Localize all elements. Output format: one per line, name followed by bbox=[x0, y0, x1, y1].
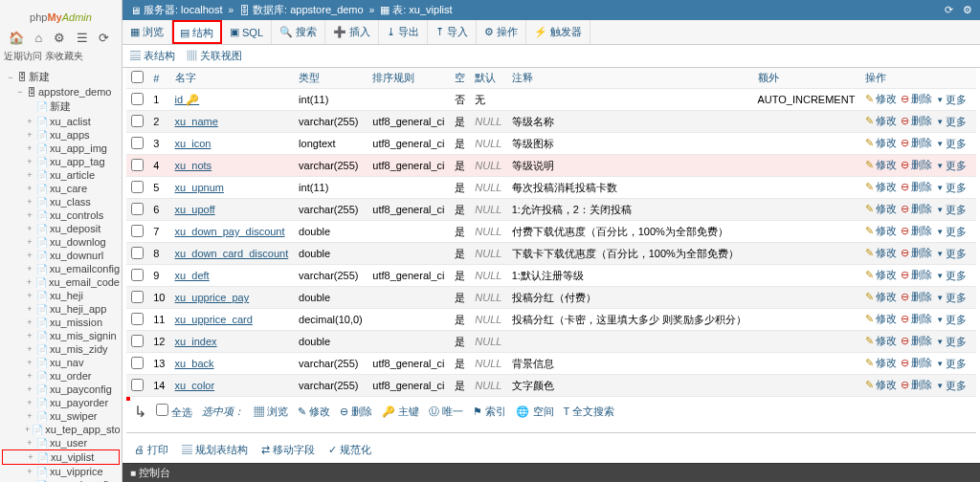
tree-item-xu_care[interactable]: +📄xu_care bbox=[2, 182, 120, 195]
tree-item-xu_controls[interactable]: +📄xu_controls bbox=[2, 208, 120, 222]
tree-item-xu_email_code[interactable]: +📄xu_email_code bbox=[2, 275, 120, 289]
row-delete[interactable]: 删除 bbox=[901, 92, 932, 106]
row-checkbox[interactable] bbox=[131, 203, 144, 215]
sel-fulltext[interactable]: T 全文搜索 bbox=[564, 405, 615, 419]
row-checkbox[interactable] bbox=[131, 379, 144, 391]
tree-item-xu_heji[interactable]: +📄xu_heji bbox=[2, 289, 120, 302]
col-collation-header[interactable]: 排序规则 bbox=[368, 68, 450, 89]
row-more[interactable]: 更多 bbox=[936, 379, 967, 393]
quick-icons[interactable]: 🏠 ⌂ ⚙ ☰ ⟳ bbox=[2, 29, 120, 47]
col-comment-header[interactable]: 注释 bbox=[507, 68, 753, 89]
breadcrumb-server[interactable]: 🖥 服务器: localhost bbox=[130, 3, 223, 17]
tree-item-xu_payorder[interactable]: +📄xu_payorder bbox=[2, 396, 120, 409]
tree-item-xu_deposit[interactable]: +📄xu_deposit bbox=[2, 222, 120, 235]
tree-item-xu_nav[interactable]: +📄xu_nav bbox=[2, 356, 120, 369]
row-checkbox[interactable] bbox=[131, 357, 144, 369]
row-edit[interactable]: 修改 bbox=[865, 312, 897, 326]
sel-delete[interactable]: ⊖ 删除 bbox=[340, 405, 372, 419]
tree-item-xu_viplist[interactable]: +📄xu_viplist bbox=[2, 449, 120, 465]
row-more[interactable]: 更多 bbox=[936, 357, 967, 371]
row-checkbox[interactable] bbox=[131, 335, 144, 347]
breadcrumb-db[interactable]: 🗄 数据库: appstore_demo bbox=[239, 3, 364, 17]
tree-item-xu_mis_signin[interactable]: +📄xu_mis_signin bbox=[2, 329, 120, 342]
row-delete[interactable]: 删除 bbox=[901, 114, 932, 128]
row-delete[interactable]: 删除 bbox=[901, 180, 932, 194]
sel-spatial[interactable]: 🌐 空间 bbox=[516, 405, 553, 419]
sel-unique[interactable]: Ⓤ 唯一 bbox=[429, 405, 463, 419]
row-edit[interactable]: 修改 bbox=[865, 356, 897, 370]
row-delete[interactable]: 删除 bbox=[901, 202, 932, 216]
row-edit[interactable]: 修改 bbox=[865, 290, 897, 304]
settings-icon[interactable]: ⚙ bbox=[963, 4, 972, 16]
row-checkbox[interactable] bbox=[131, 269, 144, 281]
tree-item-xu_apps[interactable]: +📄xu_apps bbox=[2, 128, 120, 142]
tree-item-xu_heji_app[interactable]: +📄xu_heji_app bbox=[2, 302, 120, 316]
tree-item-xu_tep_app_store_deft_style[interactable]: +📄xu_tep_app_store_deft_style bbox=[2, 423, 120, 436]
tab-操作[interactable]: ⚙操作 bbox=[477, 20, 526, 44]
col-name-header[interactable]: 名字 bbox=[170, 68, 295, 89]
col-null-header[interactable]: 空 bbox=[450, 68, 470, 89]
tool-propose[interactable]: ▤ 规划表结构 bbox=[182, 443, 248, 457]
tree-item-xu_class[interactable]: +📄xu_class bbox=[2, 195, 120, 208]
row-delete[interactable]: 删除 bbox=[901, 268, 932, 282]
tool-normalize[interactable]: ✓ 规范化 bbox=[328, 443, 371, 457]
sel-index[interactable]: ⚑ 索引 bbox=[473, 405, 506, 419]
tree-item-appstore_demo[interactable]: −🗄appstore_demo bbox=[2, 85, 120, 99]
row-delete[interactable]: 删除 bbox=[901, 136, 932, 150]
tree-item-xu_app_tag[interactable]: +📄xu_app_tag bbox=[2, 155, 120, 168]
tree-item-xu_mis_zidy[interactable]: +📄xu_mis_zidy bbox=[2, 342, 120, 356]
tab-SQL[interactable]: ▣SQL bbox=[222, 20, 272, 44]
row-delete[interactable]: 删除 bbox=[901, 290, 932, 304]
col-type-header[interactable]: 类型 bbox=[294, 68, 368, 89]
row-edit[interactable]: 修改 bbox=[865, 224, 897, 238]
row-delete[interactable]: 删除 bbox=[901, 158, 932, 172]
tab-搜索[interactable]: 🔍搜索 bbox=[272, 20, 325, 44]
row-checkbox[interactable] bbox=[131, 159, 144, 171]
row-edit[interactable]: 修改 bbox=[865, 136, 897, 150]
row-delete[interactable]: 删除 bbox=[901, 334, 932, 348]
row-more[interactable]: 更多 bbox=[936, 93, 967, 107]
col-extra-header[interactable]: 额外 bbox=[753, 68, 861, 89]
recent-label[interactable]: 近期访问 亲收藏夹 bbox=[2, 47, 120, 66]
row-checkbox[interactable] bbox=[131, 137, 144, 149]
console[interactable]: ■ 控制台 bbox=[122, 463, 980, 482]
row-more[interactable]: 更多 bbox=[936, 181, 967, 195]
row-more[interactable]: 更多 bbox=[936, 225, 967, 239]
row-edit[interactable]: 修改 bbox=[865, 246, 897, 260]
refresh-icon[interactable]: ⟳ bbox=[945, 4, 953, 16]
row-more[interactable]: 更多 bbox=[936, 115, 967, 129]
row-edit[interactable]: 修改 bbox=[865, 114, 897, 128]
row-checkbox[interactable] bbox=[131, 93, 144, 105]
tree-item-xu_emailconfig[interactable]: +📄xu_emailconfig bbox=[2, 262, 120, 275]
row-more[interactable]: 更多 bbox=[936, 335, 967, 349]
sel-browse[interactable]: ▦ 浏览 bbox=[254, 405, 288, 419]
tree-item-xu_swiper[interactable]: +📄xu_swiper bbox=[2, 409, 120, 423]
row-delete[interactable]: 删除 bbox=[901, 246, 932, 260]
tree-item-xu_vipprice[interactable]: +📄xu_vipprice bbox=[2, 465, 120, 478]
row-delete[interactable]: 删除 bbox=[901, 378, 932, 392]
tree-item-新建[interactable]: 📄新建 bbox=[2, 99, 120, 115]
row-edit[interactable]: 修改 bbox=[865, 268, 897, 282]
row-edit[interactable]: 修改 bbox=[865, 92, 897, 106]
row-edit[interactable]: 修改 bbox=[865, 180, 897, 194]
row-more[interactable]: 更多 bbox=[936, 291, 967, 305]
tree-item-xu_app_img[interactable]: +📄xu_app_img bbox=[2, 142, 120, 155]
tree-item-xu_downurl[interactable]: +📄xu_downurl bbox=[2, 249, 120, 262]
select-all-checkbox[interactable] bbox=[131, 71, 144, 83]
sel-primary[interactable]: 🔑 主键 bbox=[382, 405, 419, 419]
tree-item-xu_payconfig[interactable]: +📄xu_payconfig bbox=[2, 383, 120, 396]
row-edit[interactable]: 修改 bbox=[865, 202, 897, 216]
tab-结构[interactable]: ▤结构 bbox=[172, 20, 222, 44]
row-more[interactable]: 更多 bbox=[936, 159, 967, 173]
tab-导入[interactable]: ⤒导入 bbox=[428, 20, 477, 44]
tab-触发器[interactable]: ⚡触发器 bbox=[526, 20, 590, 44]
row-more[interactable]: 更多 bbox=[936, 269, 967, 283]
row-checkbox[interactable] bbox=[131, 115, 144, 127]
row-edit[interactable]: 修改 bbox=[865, 378, 897, 392]
row-edit[interactable]: 修改 bbox=[865, 334, 897, 348]
row-checkbox[interactable] bbox=[131, 181, 144, 193]
tab-插入[interactable]: ➕插入 bbox=[325, 20, 379, 44]
tab-导出[interactable]: ⤓导出 bbox=[379, 20, 428, 44]
row-checkbox[interactable] bbox=[131, 313, 144, 325]
sel-edit[interactable]: ✎ 修改 bbox=[298, 405, 330, 419]
